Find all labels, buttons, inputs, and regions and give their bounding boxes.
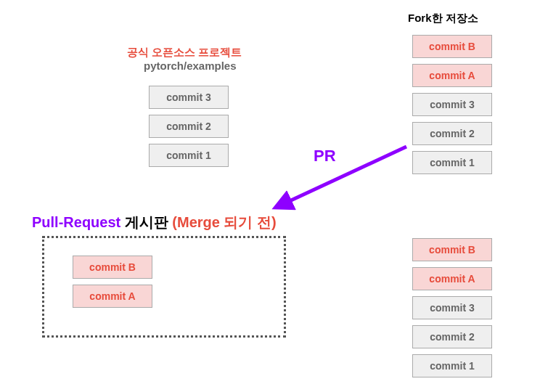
- fork-commit: commit 1: [412, 354, 492, 377]
- pr-board-mid: 게시판: [125, 214, 173, 230]
- pr-arrow-icon: [269, 138, 414, 218]
- fork-commit-new: commit A: [412, 64, 492, 87]
- fork-commit: commit 2: [412, 122, 492, 145]
- official-project-title: 공식 오픈소스 프로젝트: [127, 46, 242, 60]
- fork-commit: commit 2: [412, 325, 492, 348]
- official-commit: commit 2: [149, 115, 229, 138]
- official-commit: commit 3: [149, 86, 229, 109]
- fork-repo-title: Fork한 저장소: [408, 12, 478, 25]
- fork-commit: commit 3: [412, 93, 492, 116]
- fork-commit: commit 3: [412, 296, 492, 319]
- pr-board-prefix: Pull-Request: [32, 214, 125, 230]
- fork-commit: commit 1: [412, 151, 492, 174]
- pr-commit: commit A: [73, 285, 152, 308]
- pr-commit: commit B: [73, 256, 152, 279]
- pr-board-title: Pull-Request 게시판 (Merge 되기 전): [32, 213, 277, 232]
- fork-commit-new: commit A: [412, 267, 492, 290]
- svg-line-0: [282, 147, 406, 205]
- fork-commit-new: commit B: [412, 35, 492, 58]
- fork-commit-new: commit B: [412, 238, 492, 261]
- official-project-subtitle: pytorch/examples: [144, 60, 237, 72]
- official-commit: commit 1: [149, 144, 229, 167]
- pr-board-suffix: (Merge 되기 전): [172, 214, 276, 230]
